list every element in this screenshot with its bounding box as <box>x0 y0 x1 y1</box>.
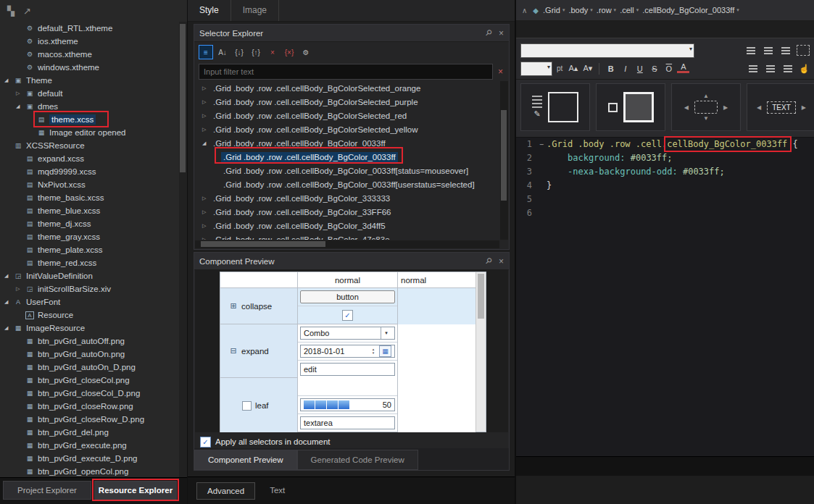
overline-button[interactable]: O <box>663 62 675 75</box>
expand-all-icon[interactable]: {↓} <box>232 45 246 59</box>
tree-item[interactable]: btn_pvGrd_del.png <box>0 426 178 439</box>
combo-dropdown-icon[interactable] <box>381 327 391 339</box>
align-right-icon[interactable] <box>779 46 792 56</box>
document-tab[interactable]: Style <box>188 0 231 21</box>
tree-item[interactable]: btn_pvGrd_closeRow_D.png <box>0 413 178 426</box>
expand-plus-icon[interactable] <box>229 302 238 311</box>
bold-button[interactable]: B <box>605 62 617 75</box>
tree-item[interactable]: UserFont <box>0 295 178 308</box>
selector-item[interactable]: .Grid .body .row .cell.cellBody_BgColor_… <box>195 232 499 240</box>
tree-item[interactable]: NxPivot.xcss <box>0 178 178 191</box>
collapse-panel-icon[interactable]: ∧ <box>522 7 527 14</box>
explorer-tab[interactable]: Resource Explorer <box>94 481 177 500</box>
apply-selectors-checkbox[interactable] <box>200 437 211 448</box>
selector-item[interactable]: .Grid .body .row .cell.cellBody_BgColorS… <box>195 81 499 95</box>
clear-filter-icon[interactable]: × <box>498 67 503 77</box>
preview-row-collapse[interactable]: collapse <box>220 288 297 324</box>
arrow-right-icon[interactable]: ▶ <box>802 104 806 111</box>
font-color-button[interactable]: A <box>677 62 689 73</box>
arrow-up-icon[interactable]: ▲ <box>703 93 709 99</box>
selector-item[interactable]: .Grid .body .row .cell.cellBody_BgColor_… <box>195 136 499 150</box>
tree-item[interactable]: btn_pvGrd_autoOn_D.png <box>0 361 178 374</box>
settings-gear-icon[interactable]: ⚙ <box>299 45 313 59</box>
tree-item[interactable]: ImageResource <box>0 322 178 335</box>
tree-item[interactable]: Theme <box>0 74 178 87</box>
expand-arrow-icon[interactable] <box>202 109 211 122</box>
tree-item[interactable]: mqd99999.xcss <box>0 165 178 178</box>
selector-item[interactable]: .Grid .body .row .cell.cellBody_BgColor_… <box>195 164 499 177</box>
selector-item[interactable]: .Grid .body .row .cell.cellBody_BgColor_… <box>195 191 499 205</box>
expand-arrow-icon[interactable] <box>202 192 211 205</box>
breadcrumb-item[interactable]: .cell <box>620 6 642 14</box>
selector-vertical-scrollbar[interactable] <box>500 81 508 240</box>
sort-alpha-icon[interactable]: A↓ <box>215 45 230 59</box>
tree-item[interactable]: Resource <box>0 308 178 322</box>
preview-edit-field[interactable]: edit <box>300 363 395 376</box>
publish-icon[interactable]: ↗ <box>23 6 31 17</box>
explorer-tab[interactable]: Project Explorer <box>3 481 91 500</box>
tree-item[interactable]: InitValueDefinition <box>0 269 178 282</box>
tree-item[interactable]: Image editor opened <box>0 126 178 139</box>
tree-item[interactable]: theme_plate.xcss <box>0 243 178 256</box>
scrollbar-thumb[interactable] <box>478 274 484 319</box>
font-size-down-button[interactable]: A▾ <box>581 62 594 75</box>
collapse-all-icon[interactable]: {↑} <box>249 45 263 59</box>
tree-item[interactable]: theme_basic.xcss <box>0 191 178 204</box>
expand-arrow-icon[interactable] <box>202 82 211 95</box>
breadcrumb-item[interactable]: .row <box>597 6 620 14</box>
padding-widget[interactable]: ◀ ▲▼ ▶ <box>671 83 741 131</box>
list-view-icon[interactable]: ≡ <box>199 45 213 59</box>
tree-item[interactable]: initScrollBarSize.xiv <box>0 282 178 295</box>
tree-item[interactable]: macos.xtheme <box>0 48 178 61</box>
arrow-left-icon[interactable]: ◀ <box>757 104 761 111</box>
tree-item[interactable]: ios.xtheme <box>0 35 178 48</box>
font-family-select[interactable] <box>520 43 694 58</box>
preview-scrollbar[interactable] <box>476 272 486 432</box>
align-left-icon[interactable] <box>744 46 757 56</box>
border-style-widget[interactable]: ✎ <box>520 83 590 131</box>
tree-item[interactable]: dmes <box>0 100 178 113</box>
expand-arrow-icon[interactable] <box>16 100 25 113</box>
pin-icon[interactable]: ⚲ <box>483 256 494 266</box>
tree-item[interactable]: btn_pvGrd_openCol.png <box>0 465 178 478</box>
border-width-widget[interactable] <box>596 83 665 131</box>
tree-item[interactable]: theme_red.xcss <box>0 256 178 269</box>
tree-item[interactable]: XCSSResource <box>0 139 178 152</box>
apps-icon[interactable]: ▚ <box>7 6 14 17</box>
valign-bottom-icon[interactable] <box>781 64 794 74</box>
close-icon[interactable]: × <box>499 256 504 266</box>
hand-tool-icon[interactable]: ☝ <box>799 64 810 74</box>
pin-icon[interactable]: ⚲ <box>483 28 494 38</box>
code-editor[interactable]: 1 − .Grid .body .row .cell.cellBody_BgCo… <box>516 138 814 456</box>
breadcrumb-item[interactable]: .cellBody_BgColor_0033ff <box>642 6 743 14</box>
preview-button[interactable]: button <box>300 290 395 303</box>
breadcrumb-item[interactable]: .Grid <box>543 6 568 14</box>
tree-item[interactable]: btn_pvGrd_autoOn.png <box>0 348 178 361</box>
tree-item[interactable]: theme_gray.xcss <box>0 230 178 243</box>
strikethrough-button[interactable]: S <box>648 62 660 75</box>
close-icon[interactable]: × <box>499 28 504 38</box>
selector-item[interactable]: .Grid .body .row .cell.cellBody_BgColorS… <box>195 109 499 122</box>
selector-horizontal-scrollbar[interactable] <box>195 240 499 248</box>
editor-mode-tab[interactable]: Text <box>259 482 295 500</box>
tree-item[interactable]: btn_pvGrd_autoOff.png <box>0 335 178 348</box>
preview-checkbox[interactable] <box>342 310 353 321</box>
arrow-down-icon[interactable]: ▼ <box>703 115 709 122</box>
selector-item[interactable]: .Grid .body .row .cell.cellBody_BgColor_… <box>195 177 499 191</box>
tree-item[interactable]: btn_pvGrd_closeCol_D.png <box>0 387 178 400</box>
tree-item[interactable]: theme.xcss <box>0 113 178 126</box>
scrollbar-thumb[interactable] <box>180 24 186 172</box>
selector-item[interactable]: .Grid .body .row .cell.cellBody_BgColor_… <box>195 219 499 232</box>
preview-row-leaf[interactable]: leaf <box>220 378 297 432</box>
underline-button[interactable]: U <box>634 62 646 75</box>
date-spinner-icon[interactable] <box>370 348 377 355</box>
expand-arrow-icon[interactable] <box>4 74 13 87</box>
selector-item[interactable]: .Grid .body .row .cell.cellBody_BgColor_… <box>195 150 499 164</box>
valign-middle-icon[interactable] <box>764 64 777 74</box>
expand-arrow-icon[interactable] <box>4 295 13 308</box>
expand-arrow-icon[interactable] <box>202 96 211 109</box>
selector-item[interactable]: .Grid .body .row .cell.cellBody_BgColorS… <box>195 122 499 136</box>
expand-arrow-icon[interactable] <box>202 233 211 240</box>
expand-arrow-icon[interactable] <box>202 206 211 219</box>
breadcrumb-item[interactable]: .body <box>568 6 596 14</box>
